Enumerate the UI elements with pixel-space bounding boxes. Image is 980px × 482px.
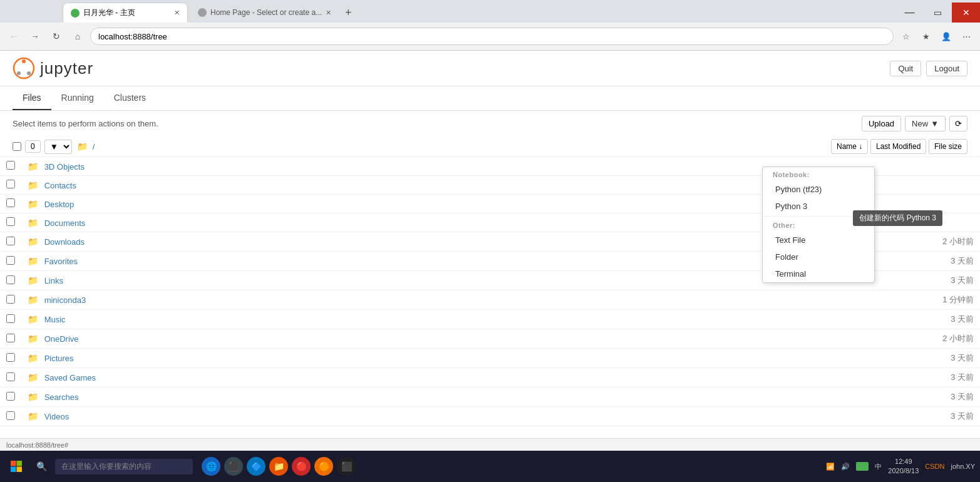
file-check-2[interactable] <box>6 198 15 207</box>
jupyter-logo-icon <box>13 57 35 79</box>
file-check-4[interactable] <box>6 237 15 245</box>
file-checkbox-11[interactable] <box>0 368 21 387</box>
more-icon[interactable]: ⋯ <box>957 28 975 45</box>
file-checkbox-0[interactable] <box>0 157 21 176</box>
folder-icon-1: 📁 <box>28 180 38 190</box>
minimize-button[interactable]: — <box>895 3 924 23</box>
file-checkbox-4[interactable] <box>0 232 21 252</box>
tab-clusters[interactable]: Clusters <box>104 86 156 110</box>
file-checkbox-2[interactable] <box>0 195 21 213</box>
file-name-10[interactable]: Pictures <box>44 354 74 363</box>
file-check-10[interactable] <box>6 353 15 362</box>
taskbar-icon-globe[interactable]: 🌐 <box>202 457 220 476</box>
tab-bar: 日月光华 - 主页 ✕ Home Page - Select or create… <box>0 0 980 23</box>
select-all-checkbox[interactable] <box>13 142 21 151</box>
folder-icon-0: 📁 <box>28 162 38 172</box>
text-file-item[interactable]: Text File <box>763 232 874 249</box>
taskbar-date: 2020/8/13 <box>888 466 919 476</box>
file-name-11[interactable]: Saved Games <box>44 373 96 382</box>
file-check-11[interactable] <box>6 372 15 381</box>
taskbar-icon-dark[interactable]: ⬛ <box>337 457 356 476</box>
file-check-9[interactable] <box>6 334 15 342</box>
bookmark-icon[interactable]: ☆ <box>897 28 915 45</box>
file-name-13[interactable]: Videos <box>44 412 70 421</box>
taskbar-search-bar[interactable]: 在这里输入你要搜索的内容 <box>55 459 193 474</box>
new-button-caret: ▼ <box>931 119 939 128</box>
taskbar-user: john.XY <box>951 463 975 470</box>
file-checkbox-7[interactable] <box>0 290 21 310</box>
taskbar: 🔍 在这里输入你要搜索的内容 🌐 ⬛ 🔷 📁 🔴 🟠 ⬛ 📶 🔊 中 12:49… <box>0 451 980 482</box>
last-modified-button[interactable]: Last Modified <box>870 139 926 154</box>
file-check-13[interactable] <box>6 411 15 420</box>
file-check-12[interactable] <box>6 392 15 401</box>
file-name-6[interactable]: Links <box>44 276 63 285</box>
file-name-7[interactable]: miniconda3 <box>44 295 86 305</box>
file-name-3[interactable]: Documents <box>44 218 86 228</box>
file-checkbox-6[interactable] <box>0 271 21 290</box>
file-name-4[interactable]: Downloads <box>44 237 85 247</box>
back-button[interactable]: ← <box>5 28 23 45</box>
close-button[interactable]: ✕ <box>952 3 980 23</box>
file-name-8[interactable]: Music <box>44 315 66 324</box>
new-tab-button[interactable]: + <box>339 3 358 23</box>
terminal-item[interactable]: Terminal <box>763 265 874 282</box>
collection-icon[interactable]: ★ <box>917 28 935 45</box>
restore-button[interactable]: ▭ <box>924 3 952 23</box>
tab-running[interactable]: Running <box>51 86 104 110</box>
start-button[interactable] <box>5 455 28 478</box>
folder-icon-8: 📁 <box>28 314 38 324</box>
file-name-12[interactable]: Searches <box>44 392 79 402</box>
file-size-button[interactable]: File size <box>929 139 967 154</box>
file-check-7[interactable] <box>6 295 15 304</box>
upload-button[interactable]: Upload <box>862 116 901 131</box>
profile-icon[interactable]: 👤 <box>937 28 955 45</box>
python-tf23-item[interactable]: Python (tf23) <box>763 181 874 198</box>
file-name-5[interactable]: Favorites <box>44 257 78 266</box>
file-checkbox-9[interactable] <box>0 329 21 349</box>
breadcrumb-root[interactable]: / <box>93 142 95 151</box>
tab-2-inactive[interactable]: Home Page - Select or create a... ✕ <box>190 3 339 23</box>
tab-1-close[interactable]: ✕ <box>174 9 180 17</box>
file-checkbox-12[interactable] <box>0 387 21 407</box>
new-button[interactable]: New ▼ <box>905 116 946 131</box>
file-checkbox-5[interactable] <box>0 252 21 271</box>
file-checkbox-10[interactable] <box>0 349 21 368</box>
taskbar-search-icon[interactable]: 🔍 <box>33 458 50 475</box>
file-checkbox-13[interactable] <box>0 407 21 426</box>
tab-files[interactable]: Files <box>13 86 51 110</box>
file-check-6[interactable] <box>6 275 15 284</box>
table-row: 📁 Searches 3 天前 <box>0 387 980 407</box>
file-checkbox-3[interactable] <box>0 213 21 232</box>
file-checkbox-1[interactable] <box>0 176 21 195</box>
taskbar-icon-orange[interactable]: 🟠 <box>314 457 333 476</box>
home-button[interactable]: ⌂ <box>69 28 86 45</box>
forward-button[interactable]: → <box>26 28 44 45</box>
tab-1-active[interactable]: 日月光华 - 主页 ✕ <box>63 3 188 23</box>
file-check-8[interactable] <box>6 314 15 323</box>
logout-button[interactable]: Logout <box>926 61 967 76</box>
select-dropdown[interactable]: ▼ <box>44 140 72 154</box>
file-check-5[interactable] <box>6 256 15 265</box>
tab-2-close[interactable]: ✕ <box>326 9 331 17</box>
jupyter-header: jupyter Quit Logout <box>0 51 980 86</box>
refresh-button[interactable]: ⟳ <box>949 116 967 131</box>
taskbar-icon-folder[interactable]: 📁 <box>269 457 288 476</box>
file-name-9[interactable]: OneDrive <box>44 334 79 344</box>
folder-item[interactable]: Folder <box>763 249 874 265</box>
file-check-3[interactable] <box>6 217 15 226</box>
file-name-1[interactable]: Contacts <box>44 181 76 190</box>
quit-button[interactable]: Quit <box>890 61 921 76</box>
file-check-1[interactable] <box>6 180 15 188</box>
file-check-0[interactable] <box>6 161 15 170</box>
taskbar-icon-app2[interactable]: ⬛ <box>224 457 243 476</box>
taskbar-icon-edge[interactable]: 🔷 <box>247 457 266 476</box>
file-name-2[interactable]: Desktop <box>44 200 75 209</box>
reload-button[interactable]: ↻ <box>48 28 65 45</box>
taskbar-icon-red[interactable]: 🔴 <box>292 457 311 476</box>
file-checkbox-8[interactable] <box>0 310 21 329</box>
sort-button[interactable]: Name ↓ <box>831 139 868 154</box>
folder-icon-5: 📁 <box>28 256 38 266</box>
file-name-0[interactable]: 3D Objects <box>44 162 85 172</box>
file-date-7: 1 分钟前 <box>643 290 980 310</box>
address-input[interactable] <box>90 28 894 45</box>
